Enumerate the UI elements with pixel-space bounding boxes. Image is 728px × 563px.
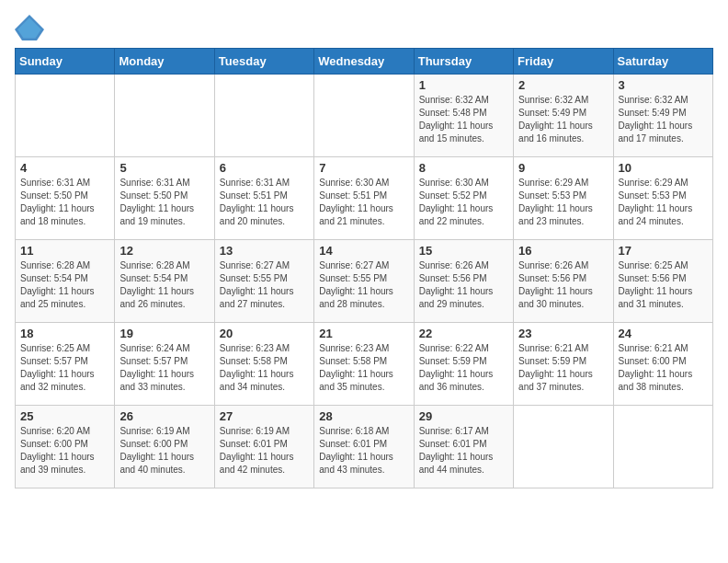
calendar-row-2: 11Sunrise: 6:28 AMSunset: 5:54 PMDayligh… <box>16 240 713 323</box>
calendar-cell: 18Sunrise: 6:25 AMSunset: 5:57 PMDayligh… <box>16 323 115 406</box>
calendar-cell: 25Sunrise: 6:20 AMSunset: 6:00 PMDayligh… <box>16 406 115 488</box>
calendar-table: SundayMondayTuesdayWednesdayThursdayFrid… <box>15 48 713 488</box>
day-number: 19 <box>119 327 209 340</box>
calendar-cell <box>314 75 414 157</box>
day-number: 15 <box>419 244 508 258</box>
day-number: 3 <box>619 78 708 92</box>
day-info: Sunrise: 6:32 AMSunset: 5:49 PMDaylight:… <box>518 94 608 145</box>
calendar-cell: 8Sunrise: 6:30 AMSunset: 5:52 PMDaylight… <box>414 157 513 240</box>
day-info: Sunrise: 6:30 AMSunset: 5:51 PMDaylight:… <box>319 177 408 228</box>
day-number: 25 <box>20 409 109 423</box>
calendar-row-4: 25Sunrise: 6:20 AMSunset: 6:00 PMDayligh… <box>16 406 713 488</box>
calendar-cell <box>214 75 313 157</box>
calendar-cell: 1Sunrise: 6:32 AMSunset: 5:48 PMDaylight… <box>414 75 513 157</box>
header-sunday: Sunday <box>16 49 115 75</box>
day-info: Sunrise: 6:19 AMSunset: 6:00 PMDaylight:… <box>119 425 209 477</box>
day-number: 4 <box>20 161 109 175</box>
header-friday: Friday <box>514 49 613 75</box>
calendar-header-row: SundayMondayTuesdayWednesdayThursdayFrid… <box>16 49 713 75</box>
calendar-cell <box>613 406 712 488</box>
day-info: Sunrise: 6:28 AMSunset: 5:54 PMDaylight:… <box>119 259 209 311</box>
day-info: Sunrise: 6:29 AMSunset: 5:53 PMDaylight:… <box>619 177 708 228</box>
day-number: 16 <box>518 244 608 258</box>
calendar-cell: 10Sunrise: 6:29 AMSunset: 5:53 PMDayligh… <box>613 157 712 240</box>
day-info: Sunrise: 6:27 AMSunset: 5:55 PMDaylight:… <box>319 259 408 311</box>
day-info: Sunrise: 6:32 AMSunset: 5:49 PMDaylight:… <box>619 94 708 145</box>
day-number: 27 <box>220 409 309 423</box>
calendar-cell: 27Sunrise: 6:19 AMSunset: 6:01 PMDayligh… <box>214 406 313 488</box>
day-info: Sunrise: 6:18 AMSunset: 6:01 PMDaylight:… <box>319 425 408 477</box>
calendar-cell: 7Sunrise: 6:30 AMSunset: 5:51 PMDaylight… <box>314 157 414 240</box>
day-number: 21 <box>319 327 408 340</box>
calendar-row-0: 1Sunrise: 6:32 AMSunset: 5:48 PMDaylight… <box>16 75 713 157</box>
calendar-cell: 11Sunrise: 6:28 AMSunset: 5:54 PMDayligh… <box>16 240 115 323</box>
day-info: Sunrise: 6:23 AMSunset: 5:58 PMDaylight:… <box>319 342 408 394</box>
header-saturday: Saturday <box>613 49 712 75</box>
day-number: 5 <box>119 161 209 175</box>
calendar-cell: 26Sunrise: 6:19 AMSunset: 6:00 PMDayligh… <box>115 406 214 488</box>
day-number: 1 <box>419 78 508 92</box>
day-info: Sunrise: 6:25 AMSunset: 5:56 PMDaylight:… <box>619 259 708 311</box>
day-number: 7 <box>319 161 408 175</box>
day-number: 20 <box>220 327 309 340</box>
day-number: 11 <box>20 244 109 258</box>
day-number: 24 <box>619 327 708 340</box>
calendar-row-1: 4Sunrise: 6:31 AMSunset: 5:50 PMDaylight… <box>16 157 713 240</box>
header-monday: Monday <box>115 49 214 75</box>
day-info: Sunrise: 6:31 AMSunset: 5:50 PMDaylight:… <box>20 177 109 228</box>
day-number: 2 <box>518 78 608 92</box>
day-number: 26 <box>119 409 209 423</box>
calendar-cell: 19Sunrise: 6:24 AMSunset: 5:57 PMDayligh… <box>115 323 214 406</box>
calendar-cell: 4Sunrise: 6:31 AMSunset: 5:50 PMDaylight… <box>16 157 115 240</box>
day-number: 8 <box>419 161 508 175</box>
day-info: Sunrise: 6:29 AMSunset: 5:53 PMDaylight:… <box>518 177 608 228</box>
day-info: Sunrise: 6:22 AMSunset: 5:59 PMDaylight:… <box>419 342 508 394</box>
day-info: Sunrise: 6:26 AMSunset: 5:56 PMDaylight:… <box>419 259 508 311</box>
day-number: 17 <box>619 244 708 258</box>
day-info: Sunrise: 6:23 AMSunset: 5:58 PMDaylight:… <box>220 342 309 394</box>
calendar-cell: 24Sunrise: 6:21 AMSunset: 6:00 PMDayligh… <box>613 323 712 406</box>
day-info: Sunrise: 6:24 AMSunset: 5:57 PMDaylight:… <box>119 342 209 394</box>
calendar-row-3: 18Sunrise: 6:25 AMSunset: 5:57 PMDayligh… <box>16 323 713 406</box>
day-number: 12 <box>119 244 209 258</box>
calendar-cell <box>115 75 214 157</box>
calendar-cell: 6Sunrise: 6:31 AMSunset: 5:51 PMDaylight… <box>214 157 313 240</box>
day-number: 10 <box>619 161 708 175</box>
day-number: 14 <box>319 244 408 258</box>
day-info: Sunrise: 6:30 AMSunset: 5:52 PMDaylight:… <box>419 177 508 228</box>
header-wednesday: Wednesday <box>314 49 414 75</box>
day-number: 9 <box>518 161 608 175</box>
calendar-cell: 22Sunrise: 6:22 AMSunset: 5:59 PMDayligh… <box>414 323 513 406</box>
day-info: Sunrise: 6:26 AMSunset: 5:56 PMDaylight:… <box>518 259 608 311</box>
calendar-cell: 3Sunrise: 6:32 AMSunset: 5:49 PMDaylight… <box>613 75 712 157</box>
day-number: 13 <box>220 244 309 258</box>
calendar-cell: 13Sunrise: 6:27 AMSunset: 5:55 PMDayligh… <box>214 240 313 323</box>
header-thursday: Thursday <box>414 49 513 75</box>
day-number: 29 <box>419 409 508 423</box>
day-info: Sunrise: 6:25 AMSunset: 5:57 PMDaylight:… <box>20 342 109 394</box>
calendar-cell: 14Sunrise: 6:27 AMSunset: 5:55 PMDayligh… <box>314 240 414 323</box>
calendar-cell: 12Sunrise: 6:28 AMSunset: 5:54 PMDayligh… <box>115 240 214 323</box>
calendar-cell: 20Sunrise: 6:23 AMSunset: 5:58 PMDayligh… <box>214 323 313 406</box>
calendar-cell <box>514 406 613 488</box>
day-number: 28 <box>319 409 408 423</box>
header-tuesday: Tuesday <box>214 49 313 75</box>
day-info: Sunrise: 6:28 AMSunset: 5:54 PMDaylight:… <box>20 259 109 311</box>
calendar-cell: 28Sunrise: 6:18 AMSunset: 6:01 PMDayligh… <box>314 406 414 488</box>
day-number: 22 <box>419 327 508 340</box>
calendar-cell: 17Sunrise: 6:25 AMSunset: 5:56 PMDayligh… <box>613 240 712 323</box>
calendar-cell: 2Sunrise: 6:32 AMSunset: 5:49 PMDaylight… <box>514 75 613 157</box>
day-info: Sunrise: 6:17 AMSunset: 6:01 PMDaylight:… <box>419 425 508 477</box>
day-info: Sunrise: 6:21 AMSunset: 6:00 PMDaylight:… <box>619 342 708 394</box>
day-number: 18 <box>20 327 109 340</box>
logo <box>15 15 48 40</box>
calendar-cell: 23Sunrise: 6:21 AMSunset: 5:59 PMDayligh… <box>514 323 613 406</box>
calendar-cell <box>16 75 115 157</box>
calendar-cell: 21Sunrise: 6:23 AMSunset: 5:58 PMDayligh… <box>314 323 414 406</box>
calendar-cell: 9Sunrise: 6:29 AMSunset: 5:53 PMDaylight… <box>514 157 613 240</box>
day-info: Sunrise: 6:20 AMSunset: 6:00 PMDaylight:… <box>20 425 109 477</box>
day-info: Sunrise: 6:21 AMSunset: 5:59 PMDaylight:… <box>518 342 608 394</box>
day-number: 23 <box>518 327 608 340</box>
calendar-cell: 29Sunrise: 6:17 AMSunset: 6:01 PMDayligh… <box>414 406 513 488</box>
day-info: Sunrise: 6:19 AMSunset: 6:01 PMDaylight:… <box>220 425 309 477</box>
